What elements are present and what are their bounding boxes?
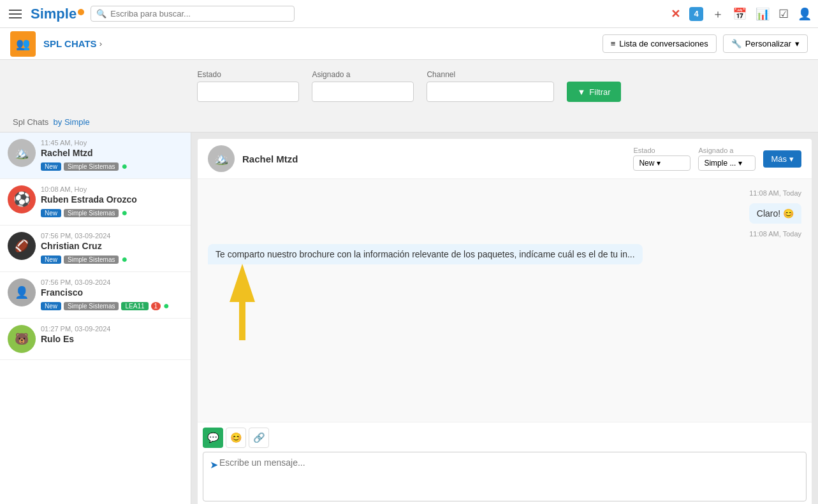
mas-chevron: ▾ [789,154,794,164]
tag-count-francisco: 1 [151,302,161,310]
chat-tags-christian: New Simple Sistemas ● [41,254,183,265]
yellow-arrow-svg [217,264,268,340]
list-icon: ≡ [611,39,616,48]
estado-value: New [639,159,654,168]
chevron-down-icon: ▾ [795,39,800,48]
sub-nav: 👥 SPL CHATS › ≡ Lista de conversaciones … [0,28,818,60]
filter-button[interactable]: ▼ Filtrar [567,82,620,102]
close-nav-icon[interactable]: ✕ [671,7,680,21]
chat-item-rulo[interactable]: 🐻 01:27 PM, 03-09-2024 Rulo Es [0,319,191,360]
mas-button[interactable]: Más ▾ [763,150,801,168]
input-toolbar: 💬 😊 🔗 [203,428,807,448]
message-input[interactable] [219,457,801,496]
avatar-rulo: 🐻 [8,325,36,353]
tag-sistema-christian: Simple Sistemas [64,256,119,264]
filter-bar: Estado Asignado a Channel ▼ Filtrar [0,60,818,112]
breadcrumb-bar: Spl Chats by Simple [0,112,818,133]
filter-btn-label: Filtrar [589,87,610,97]
estado-label: Estado [197,70,299,79]
chat-info-christian: 07:56 PM, 03-09-2024 Christian Cruz New … [41,232,183,265]
estado-field-group: Estado New ▾ [633,147,690,171]
toolbar-chat-btn[interactable]: 💬 [203,428,223,448]
estado-input[interactable] [197,82,299,102]
chat-time-rulo: 01:27 PM, 03-09-2024 [41,325,183,333]
avatar-christian: 🏈 [8,232,36,260]
search-input[interactable] [110,9,289,18]
whatsapp-icon-christian: ● [121,254,128,265]
chat-name-christian: Christian Cruz [41,241,183,251]
asignado-input[interactable] [312,82,414,102]
chat-tags-ruben: New Simple Sistemas ● [41,207,183,219]
tag-new-ruben: New [41,209,61,217]
estado-field-label: Estado [633,147,690,154]
chat-item-christian[interactable]: 🏈 07:56 PM, 03-09-2024 Christian Cruz Ne… [0,226,191,272]
list-conversations-button[interactable]: ≡ Lista de conversaciones [603,34,717,53]
whatsapp-icon-ruben: ● [121,207,128,219]
module-icon-wrap: 👥 [10,31,36,57]
asignado-label: Asignado a [312,70,414,79]
chat-time-christian: 07:56 PM, 03-09-2024 [41,232,183,240]
wrench-icon: 🔧 [731,39,741,48]
plus-icon[interactable]: ＋ [712,6,724,22]
check-icon[interactable]: ☑ [778,7,789,21]
send-button[interactable]: ➤ [208,457,219,472]
asignado-field-label: Asignado a [698,147,756,154]
channel-filter: Channel [427,70,554,102]
whatsapp-icon-francisco: ● [163,300,170,312]
estado-select[interactable]: New ▾ [633,155,690,171]
sub-nav-actions: ≡ Lista de conversaciones 🔧 Personalizar… [603,34,808,53]
chat-header-avatar: 🏔️ [208,145,235,172]
top-nav: Simple 🔍 ✕ 4 ＋ 📅 📊 ☑ 👤 [0,0,818,28]
channel-input[interactable] [427,82,554,102]
toolbar-emoji-btn[interactable]: 😊 [226,428,246,448]
logo-dot [78,9,84,15]
chat-info-rulo: 01:27 PM, 03-09-2024 Rulo Es [41,325,183,344]
chat-item-rachel[interactable]: 🏔️ 11:45 AM, Hoy Rachel Mtzd New Simple … [0,133,191,179]
crumb-part2: by Simple [54,117,90,127]
msg-bubble-right-1: Claro! 😊 [749,203,801,224]
chart-icon[interactable]: 📊 [756,7,770,21]
module-chat-icon: 👥 [16,37,30,51]
tag-sistema-francisco: Simple Sistemas [64,302,119,310]
personalize-button[interactable]: 🔧 Personalizar ▾ [723,34,808,53]
msg-time-2: 11:08 AM, Today [208,230,801,238]
asignado-chevron: ▾ [738,159,742,168]
tag-new: New [41,162,61,171]
chat-item-ruben[interactable]: ⚽ 10:08 AM, Hoy Ruben Estrada Orozco New… [0,179,191,226]
chat-time-francisco: 07:56 PM, 03-09-2024 [41,278,183,286]
crumb-part1: Spl Chats [13,117,48,127]
tag-simple-sistemas: Simple Sistemas [64,162,119,171]
list-btn-label: Lista de conversaciones [619,39,708,48]
hamburger-menu[interactable] [6,7,24,21]
chat-contact-name: Rachel Mtzd [242,154,298,164]
user-icon[interactable]: 👤 [798,7,812,21]
estado-chevron: ▾ [657,159,661,168]
number-4-icon[interactable]: 4 [689,7,703,21]
toolbar-attach-btn[interactable]: 🔗 [249,428,269,448]
chat-time-ruben: 10:08 AM, Hoy [41,185,183,193]
breadcrumb-arrow: › [99,39,102,48]
avatar-rachel: 🏔️ [8,139,36,167]
logo[interactable]: Simple [31,6,84,22]
channel-label: Channel [427,70,554,79]
messages-area[interactable]: 11:08 AM, Today Claro! 😊 11:08 AM, Today… [198,179,812,422]
chat-tags-francisco: New Simple Sistemas LEA11 1 ● [41,300,183,312]
message-input-wrap: ➤ [203,452,807,501]
search-bar: 🔍 [91,6,295,22]
search-icon: 🔍 [96,9,106,18]
breadcrumb-title[interactable]: SPL CHATS [43,38,97,49]
svg-marker-0 [230,264,255,340]
chat-name-rulo: Rulo Es [41,334,183,344]
estado-filter: Estado [197,70,299,102]
calendar-icon[interactable]: 📅 [733,7,747,21]
chat-item-francisco[interactable]: 👤 07:56 PM, 03-09-2024 Francisco New Sim… [0,272,191,319]
yellow-arrow-overlay [217,264,268,340]
logo-text: Simple [31,6,77,22]
msg-bubble-left-2: Te comparto nuestro brochure con la info… [208,244,643,264]
tag-lea-francisco: LEA11 [121,302,148,310]
chat-name-francisco: Francisco [41,287,183,298]
chat-name-rachel: Rachel Mtzd [41,148,183,158]
asignado-select[interactable]: Simple ... ▾ [698,155,756,171]
chat-tags-rachel: New Simple Sistemas ● [41,161,183,172]
chat-header-fields: Estado New ▾ Asignado a Simple ... ▾ Más… [633,147,801,171]
